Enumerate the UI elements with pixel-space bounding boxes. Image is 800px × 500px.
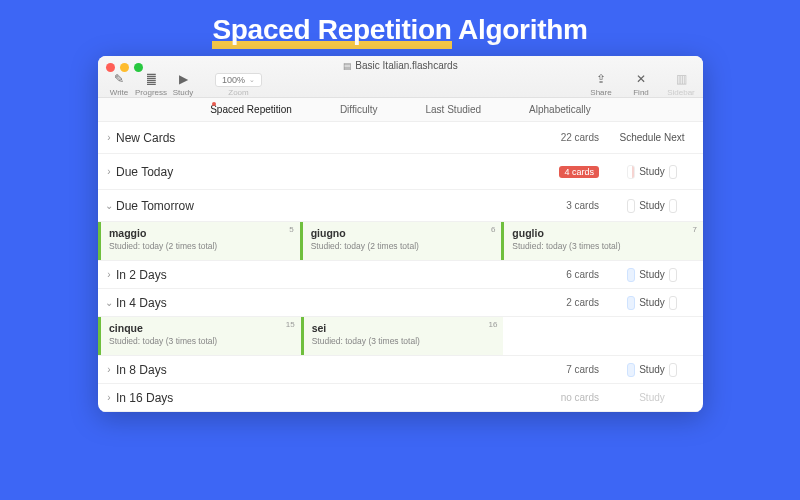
progress-pill-icon	[627, 296, 635, 310]
section-in-2-days[interactable]: › In 2 Days 6 cards Study	[98, 261, 703, 289]
due-badge: 4 cards	[559, 166, 599, 178]
card-meta: Studied: today (3 times total)	[109, 336, 293, 346]
card-meta: Studied: today (2 times total)	[311, 241, 494, 251]
document-icon: ▤	[343, 61, 352, 71]
progress-button[interactable]: ䷀ Progress	[135, 73, 167, 97]
disclosure-right-icon: ›	[102, 364, 116, 375]
tab-alphabetically[interactable]: Alphabetically	[505, 98, 615, 121]
tab-label: Spaced Repetition	[210, 104, 292, 115]
progress-pill-icon	[669, 268, 677, 282]
section-count: 2 cards	[566, 297, 599, 308]
card-number: 15	[286, 320, 295, 329]
section-in-4-days[interactable]: ⌄ In 4 Days 2 cards Study	[98, 289, 703, 317]
section-count: no cards	[561, 392, 599, 403]
section-label: In 8 Days	[116, 363, 566, 377]
tab-last-studied[interactable]: Last Studied	[402, 98, 506, 121]
section-new-cards[interactable]: › New Cards 22 cards Schedule Next	[98, 122, 703, 154]
share-icon: ⇪	[584, 73, 618, 86]
disclosure-right-icon: ›	[102, 392, 116, 403]
study-button: Study	[639, 392, 665, 403]
disclosure-right-icon: ›	[102, 269, 116, 280]
card-word: giugno	[311, 227, 494, 239]
study-label: Study	[173, 88, 193, 97]
schedule-next-button[interactable]: Schedule Next	[619, 132, 684, 143]
study-button[interactable]: Study	[639, 269, 665, 280]
find-icon: ✕	[624, 73, 658, 86]
card-number: 6	[491, 225, 495, 234]
card-word: maggio	[109, 227, 292, 239]
study-button[interactable]: Study	[639, 297, 665, 308]
flashcard[interactable]: 15 cinque Studied: today (3 times total)	[98, 317, 301, 355]
flashcard[interactable]: 7 guglio Studied: today (3 times total)	[501, 222, 703, 260]
sort-tabbar: Spaced Repetition Difficulty Last Studie…	[98, 98, 703, 122]
tab-difficulty[interactable]: Difficulty	[316, 98, 402, 121]
section-in-8-days[interactable]: › In 8 Days 7 cards Study	[98, 356, 703, 384]
card-word: cinque	[109, 322, 293, 334]
zoom-value: 100%	[222, 75, 245, 85]
tab-label: Alphabetically	[529, 104, 591, 115]
section-due-today[interactable]: › Due Today 4 cards Study	[98, 154, 703, 190]
zoom-control[interactable]: 100% ⌄ Zoom	[215, 73, 262, 97]
card-meta: Studied: today (3 times total)	[512, 241, 695, 251]
section-label: In 4 Days	[116, 296, 566, 310]
card-number: 7	[693, 225, 697, 234]
study-button[interactable]: Study	[639, 200, 665, 211]
card-word: sei	[312, 322, 496, 334]
window-title-text: Basic Italian.flashcards	[355, 60, 457, 71]
empty-card-slot	[503, 317, 703, 355]
section-in-16-days[interactable]: › In 16 Days no cards Study	[98, 384, 703, 412]
share-label: Share	[590, 88, 611, 97]
window-title: ▤Basic Italian.flashcards	[98, 60, 703, 71]
find-button[interactable]: ✕ Find	[624, 73, 658, 97]
mode-toolbar: ✎ Write ䷀ Progress ▶ Study	[103, 73, 199, 97]
hero-rest: Algorithm	[452, 14, 588, 45]
section-label: Due Today	[116, 165, 559, 179]
progress-pill-icon	[669, 296, 677, 310]
card-word: guglio	[512, 227, 695, 239]
titlebar: ▤Basic Italian.flashcards ✎ Write ䷀ Prog…	[98, 56, 703, 98]
section-due-tomorrow[interactable]: ⌄ Due Tomorrow 3 cards Study	[98, 190, 703, 222]
write-icon: ✎	[103, 73, 135, 86]
section-count: 6 cards	[566, 269, 599, 280]
tab-spaced-repetition[interactable]: Spaced Repetition	[186, 98, 316, 121]
progress-icon: ䷀	[135, 73, 167, 86]
section-label: New Cards	[116, 131, 561, 145]
section-label: In 2 Days	[116, 268, 566, 282]
disclosure-right-icon: ›	[102, 132, 116, 143]
sidebar-button[interactable]: ▥ Sidebar	[664, 73, 698, 97]
card-number: 16	[488, 320, 497, 329]
section-count: 7 cards	[566, 364, 599, 375]
chevron-down-icon: ⌄	[249, 76, 255, 84]
share-button[interactable]: ⇪ Share	[584, 73, 618, 97]
disclosure-down-icon: ⌄	[102, 297, 116, 308]
write-button[interactable]: ✎ Write	[103, 73, 135, 97]
tab-label: Last Studied	[426, 104, 482, 115]
flashcard[interactable]: 6 giugno Studied: today (2 times total)	[300, 222, 502, 260]
flashcard[interactable]: 5 maggio Studied: today (2 times total)	[98, 222, 300, 260]
progress-pill-icon	[669, 165, 677, 179]
disclosure-down-icon: ⌄	[102, 200, 116, 211]
section-count: 22 cards	[561, 132, 599, 143]
find-label: Find	[633, 88, 649, 97]
study-button[interactable]: Study	[639, 364, 665, 375]
section-label: Due Tomorrow	[116, 199, 566, 213]
sidebar-icon: ▥	[664, 73, 698, 86]
card-strip-tomorrow: 5 maggio Studied: today (2 times total) …	[98, 222, 703, 261]
card-meta: Studied: today (3 times total)	[312, 336, 496, 346]
flashcard[interactable]: 16 sei Studied: today (3 times total)	[301, 317, 504, 355]
progress-pill-icon	[627, 268, 635, 282]
zoom-label: Zoom	[215, 88, 262, 97]
write-label: Write	[110, 88, 129, 97]
card-strip-in4: 15 cinque Studied: today (3 times total)…	[98, 317, 703, 356]
study-button[interactable]: ▶ Study	[167, 73, 199, 97]
card-number: 5	[289, 225, 293, 234]
section-label: In 16 Days	[116, 391, 561, 405]
app-window: ▤Basic Italian.flashcards ✎ Write ䷀ Prog…	[98, 56, 703, 412]
progress-pill-icon	[627, 363, 635, 377]
section-count: 3 cards	[566, 200, 599, 211]
hero-underlined: Spaced Repetition	[212, 14, 451, 46]
sidebar-label: Sidebar	[667, 88, 695, 97]
study-button[interactable]: Study	[639, 166, 665, 177]
disclosure-right-icon: ›	[102, 166, 116, 177]
card-meta: Studied: today (2 times total)	[109, 241, 292, 251]
